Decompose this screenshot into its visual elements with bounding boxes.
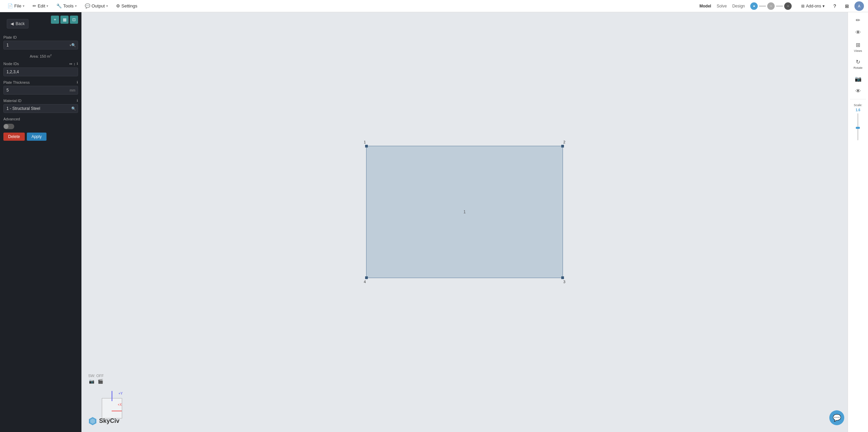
tools-icon: 🔧 xyxy=(56,3,62,8)
node-3-label: 3 xyxy=(563,280,565,284)
plate-id-wrapper: 🔍 ▾ xyxy=(3,41,78,50)
advanced-label: Advanced xyxy=(3,117,78,121)
plate-id-input[interactable] xyxy=(3,41,78,50)
delete-button[interactable]: Delete xyxy=(3,133,25,141)
addons-icon: ⊞ xyxy=(801,4,805,8)
view-icon-1[interactable]: + xyxy=(51,16,59,24)
grid-button[interactable]: ⊞ xyxy=(842,1,852,11)
settings-menu[interactable]: ⚙ Settings xyxy=(113,2,141,10)
plate-thickness-input[interactable] xyxy=(3,86,78,95)
settings-icon: ⚙ xyxy=(116,3,120,8)
addons-menu[interactable]: ⊞ Add-ons ▾ xyxy=(798,2,827,10)
dropdown-icon: ▾ xyxy=(70,43,71,47)
eye-icon: 👁 xyxy=(855,30,861,36)
node-ids-group: Node IDs ⇔ ↕ ℹ xyxy=(3,62,78,76)
x-label: +X xyxy=(117,403,122,407)
model-solve-design: Model Solve Design xyxy=(699,4,745,8)
help-button[interactable]: ? xyxy=(830,1,839,11)
axes-widget: +X +Y xyxy=(102,398,122,418)
material-id-input[interactable] xyxy=(3,104,78,113)
sw-off-label: SW: OFF xyxy=(88,374,104,378)
step-2: ○ xyxy=(767,2,775,10)
tools-chevron: ▾ xyxy=(75,4,77,8)
material-id-group: Material ID ℹ 🔍 xyxy=(3,99,78,113)
node-2-label: 2 xyxy=(563,140,565,144)
scale-slider[interactable] xyxy=(857,113,858,140)
scale-value: 1.6 xyxy=(856,108,861,112)
scale-section: Scale: 1.6 xyxy=(854,103,862,140)
plate-rect: 1 2 3 4 1 xyxy=(366,146,563,278)
skyciv-logo-icon xyxy=(88,416,97,425)
views-tool-button[interactable]: ⊞ Views xyxy=(851,40,866,55)
user-avatar[interactable]: A xyxy=(854,1,864,11)
nav-right-icons: ⊞ Add-ons ▾ ? ⊞ A xyxy=(798,1,864,11)
toggle-knob xyxy=(4,124,8,129)
material-info-icon[interactable]: ℹ xyxy=(77,99,78,102)
thickness-unit: mm xyxy=(70,88,75,92)
output-icon: 💬 xyxy=(85,3,90,8)
plate-id-center: 1 xyxy=(464,210,466,214)
step-indicator: ● ○ ○ xyxy=(750,2,792,10)
node-ids-icons: ⇔ ↕ ℹ xyxy=(69,62,78,66)
model-tab[interactable]: Model xyxy=(699,4,711,8)
action-buttons: Delete Apply xyxy=(3,133,78,141)
node-ids-wrapper xyxy=(3,67,78,76)
file-icon: 📄 xyxy=(7,3,13,8)
node-1-dot xyxy=(365,145,368,148)
step-line-2 xyxy=(776,6,783,6)
design-tab[interactable]: Design xyxy=(732,4,745,8)
file-menu[interactable]: 📄 File ▾ xyxy=(4,2,28,10)
material-search-icon: 🔍 xyxy=(71,106,76,111)
sidebar: ◀ Back + ▦ ⊡ Plate ID 🔍 ▾ Area: 150 m2 N… xyxy=(0,12,81,432)
edit-tool-button[interactable]: ✏ xyxy=(851,15,866,25)
node-info-icon[interactable]: ℹ xyxy=(77,62,78,66)
toolbar-divider xyxy=(850,99,866,99)
pencil-icon: ✏ xyxy=(33,3,36,8)
camera-icon: 📷 xyxy=(855,76,862,82)
advanced-toggle[interactable] xyxy=(3,124,14,129)
rotate-icon: ↻ xyxy=(856,59,860,65)
rotate-tool-button[interactable]: ↻ Rotate xyxy=(851,57,866,72)
node-2-dot xyxy=(561,145,564,148)
search-icon: 🔍 xyxy=(71,43,76,47)
node-icon-2[interactable]: ↕ xyxy=(74,62,76,66)
material-id-wrapper: 🔍 xyxy=(3,104,78,113)
plate-thickness-wrapper: mm xyxy=(3,86,78,95)
output-chevron: ▾ xyxy=(106,4,108,8)
camera-tool-button[interactable]: 📷 xyxy=(851,74,866,84)
bottom-icons: 📷 🎬 xyxy=(88,378,104,385)
axes-box: +X +Y xyxy=(102,398,122,418)
video-icon[interactable]: 🎬 xyxy=(97,378,104,385)
back-button[interactable]: ◀ Back xyxy=(7,19,29,28)
step-3: ○ xyxy=(784,2,792,10)
apply-button[interactable]: Apply xyxy=(27,133,46,141)
canvas-area[interactable]: 1 2 3 4 1 SW: OFF 📷 🎬 +X +Y xyxy=(81,12,848,432)
sidebar-form: Plate ID 🔍 ▾ Area: 150 m2 Node IDs ⇔ ↕ ℹ xyxy=(0,32,81,432)
node-icon-1[interactable]: ⇔ xyxy=(69,62,72,66)
tools-menu[interactable]: 🔧 Tools ▾ xyxy=(53,2,80,10)
skyciv-logo: SkyCiv xyxy=(88,416,119,425)
right-toolbar: ✏ 👁 ⊞ Views ↻ Rotate 📷 👁 Scale: 1.6 xyxy=(848,12,868,432)
node-4-dot xyxy=(365,276,368,279)
eye-tool-button[interactable]: 👁 xyxy=(851,27,866,38)
eye2-tool-button[interactable]: 👁 xyxy=(851,86,866,96)
camera-small-icon[interactable]: 📷 xyxy=(88,378,95,385)
top-nav: 📄 File ▾ ✏ Edit ▾ 🔧 Tools ▾ 💬 Output ▾ ⚙… xyxy=(0,0,868,12)
chat-bubble-button[interactable]: 💬 xyxy=(829,410,844,425)
step-1: ● xyxy=(750,2,758,10)
node-3-dot xyxy=(561,276,564,279)
thickness-info-icon[interactable]: ℹ xyxy=(77,80,78,84)
node-ids-input[interactable] xyxy=(3,67,78,76)
output-menu[interactable]: 💬 Output ▾ xyxy=(81,2,111,10)
solve-tab[interactable]: Solve xyxy=(717,4,727,8)
y-axis: +Y xyxy=(112,391,112,401)
advanced-section: Advanced xyxy=(3,117,78,129)
step-line-1 xyxy=(759,6,766,6)
edit-menu[interactable]: ✏ Edit ▾ xyxy=(29,2,52,10)
plate-id-group: Plate ID 🔍 ▾ xyxy=(3,35,78,50)
node-1-label: 1 xyxy=(364,140,366,144)
view-icon-3[interactable]: ⊡ xyxy=(70,16,78,24)
plate-thickness-group: Plate Thickness ℹ mm xyxy=(3,80,78,95)
plate-thickness-label: Plate Thickness ℹ xyxy=(3,80,78,84)
view-icon-2[interactable]: ▦ xyxy=(60,16,69,24)
